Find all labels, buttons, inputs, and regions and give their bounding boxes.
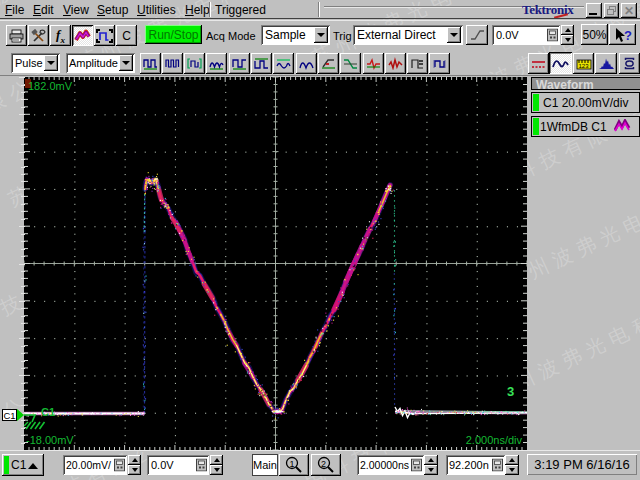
svg-text:182.0mV: 182.0mV (28, 80, 73, 92)
svg-text:123: 123 (578, 63, 589, 69)
svg-text:2.000ns/div: 2.000ns/div (466, 434, 523, 446)
svg-text:2: 2 (321, 459, 326, 469)
svg-text:3: 3 (507, 384, 514, 399)
svg-text:?: ? (624, 28, 632, 43)
svg-text:C1: C1 (41, 406, 55, 418)
svg-text:1: 1 (290, 459, 295, 469)
svg-text:-18.00mV: -18.00mV (26, 434, 74, 446)
